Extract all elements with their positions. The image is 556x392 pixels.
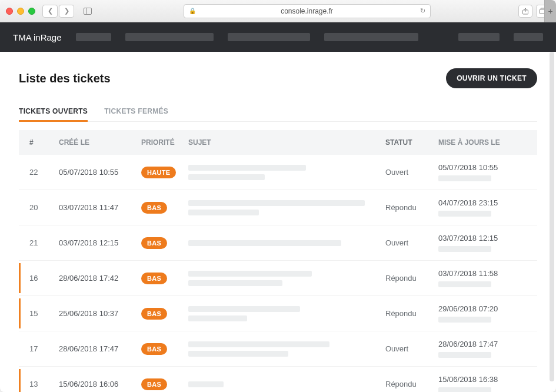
ticket-subject [188, 341, 385, 357]
priority-badge: HAUTE [141, 167, 176, 178]
ticket-id: 22 [29, 168, 59, 177]
maximize-window-icon[interactable] [28, 8, 35, 15]
subject-placeholder [188, 271, 312, 277]
subject-placeholder [188, 280, 282, 286]
updated-date: 03/07/2018 12:15 [438, 234, 527, 242]
ticket-updated: 15/06/2018 16:38 [438, 375, 527, 392]
nav-item-placeholder[interactable] [458, 33, 500, 41]
ticket-status: Répondu [385, 309, 438, 318]
col-status: STATUT [385, 138, 438, 147]
page-head: Liste des tickets OUVRIR UN TICKET [19, 68, 537, 88]
ticket-priority: HAUTE [141, 167, 188, 178]
priority-badge: BAS [141, 273, 167, 284]
ticket-priority: BAS [141, 237, 188, 249]
url-text: console.inrage.fr [281, 7, 333, 15]
nav-item-placeholder[interactable] [76, 33, 111, 41]
col-subject: SUJET [188, 138, 385, 147]
close-window-icon[interactable] [6, 8, 13, 15]
back-button[interactable]: ❮ [42, 5, 58, 18]
updated-date: 05/07/2018 10:55 [438, 163, 527, 172]
ticket-priority: BAS [141, 273, 188, 284]
table-row[interactable]: 20 03/07/2018 11:47 BAS Répondu 04/07/20… [19, 190, 537, 225]
table-row[interactable]: 22 05/07/2018 10:55 HAUTE Ouvert 05/07/2… [19, 155, 537, 190]
subject-placeholder [188, 240, 341, 246]
ticket-priority: BAS [141, 378, 188, 390]
ticket-created: 03/07/2018 11:47 [59, 203, 141, 212]
priority-badge: BAS [141, 202, 167, 214]
ticket-subject [188, 165, 385, 180]
ticket-updated: 28/06/2018 17:47 [438, 340, 527, 358]
subject-placeholder [188, 351, 288, 357]
table-row[interactable]: 17 28/06/2018 17:47 BAS Ouvert 28/06/201… [19, 331, 537, 367]
sidebar-toggle-icon[interactable] [80, 5, 95, 18]
table-row[interactable]: 15 25/06/2018 10:37 BAS Répondu 29/06/20… [19, 296, 537, 331]
ticket-status: Ouvert [385, 238, 438, 247]
ticket-updated: 03/07/2018 11:58 [438, 269, 527, 287]
brand[interactable]: TMA inRage [13, 32, 62, 42]
updated-placeholder [438, 246, 491, 252]
ticket-subject [188, 306, 385, 321]
table-row[interactable]: 13 15/06/2018 16:06 BAS Répondu 15/06/20… [19, 367, 537, 392]
updated-placeholder [438, 352, 491, 358]
nav-item-placeholder[interactable] [125, 33, 214, 41]
browser-window: ❮ ❯ 🔒 console.inrage.fr ↻ + TMA inRage [0, 0, 556, 392]
ticket-id: 16 [29, 274, 59, 283]
priority-badge: BAS [141, 308, 167, 320]
subject-placeholder [188, 200, 365, 206]
col-created: CRÉÉ LE [59, 138, 141, 147]
app-header: TMA inRage [0, 22, 556, 52]
ticket-status: Répondu [385, 274, 438, 283]
ticket-subject [188, 381, 385, 387]
subject-placeholder [188, 210, 259, 215]
traffic-lights [6, 8, 35, 15]
open-ticket-button[interactable]: OUVRIR UN TICKET [446, 68, 537, 88]
table-row[interactable]: 21 03/07/2018 12:15 BAS Ouvert 03/07/201… [19, 225, 537, 261]
priority-badge: BAS [141, 378, 167, 390]
minimize-window-icon[interactable] [17, 8, 24, 15]
share-icon[interactable] [518, 5, 532, 18]
lock-icon: 🔒 [189, 8, 196, 14]
reload-icon[interactable]: ↻ [420, 7, 425, 15]
ticket-updated: 03/07/2018 12:15 [438, 234, 527, 252]
table-header: # CRÉÉ LE PRIORITÉ SUJET STATUT MISE À J… [19, 130, 537, 155]
ticket-priority: BAS [141, 308, 188, 320]
updated-placeholder [438, 175, 491, 181]
updated-date: 04/07/2018 23:15 [438, 198, 527, 207]
col-id: # [29, 138, 59, 147]
col-updated: MISE À JOURS LE [438, 138, 527, 147]
tab-open-tickets[interactable]: TICKETS OUVERTS [19, 101, 88, 121]
ticket-status: Répondu [385, 380, 438, 388]
ticket-status: Répondu [385, 203, 438, 212]
priority-badge: BAS [141, 237, 167, 249]
browser-chrome: ❮ ❯ 🔒 console.inrage.fr ↻ + [0, 0, 556, 22]
nav-item-placeholder[interactable] [324, 33, 418, 41]
forward-button[interactable]: ❯ [59, 5, 74, 18]
ticket-id: 13 [29, 380, 59, 388]
ticket-created: 25/06/2018 10:37 [59, 309, 141, 318]
tab-closed-tickets[interactable]: TICKETS FERMÉS [104, 101, 168, 121]
updated-date: 28/06/2018 17:47 [438, 340, 527, 348]
updated-date: 29/06/2018 07:20 [438, 304, 527, 313]
scrollbar[interactable] [550, 52, 554, 381]
updated-placeholder [438, 317, 491, 323]
nav-item-placeholder[interactable] [228, 33, 310, 41]
priority-badge: BAS [141, 343, 167, 355]
subject-placeholder [188, 381, 224, 387]
nav-item-placeholder[interactable] [514, 33, 543, 41]
table-row[interactable]: 16 28/06/2018 17:42 BAS Répondu 03/07/20… [19, 261, 537, 296]
ticket-created: 05/07/2018 10:55 [59, 168, 141, 177]
ticket-status: Ouvert [385, 168, 438, 177]
subject-placeholder [188, 315, 247, 321]
viewport[interactable]: TMA inRage Liste des tickets OUVRIR UN T… [0, 22, 556, 392]
updated-date: 15/06/2018 16:38 [438, 375, 527, 384]
new-tab-button[interactable]: + [544, 0, 556, 22]
ticket-subject [188, 240, 385, 246]
ticket-updated: 29/06/2018 07:20 [438, 304, 527, 323]
updated-placeholder [438, 211, 491, 217]
subject-placeholder [188, 165, 306, 171]
subject-placeholder [188, 341, 329, 347]
svg-rect-0 [84, 8, 92, 14]
address-bar[interactable]: 🔒 console.inrage.fr ↻ [184, 4, 431, 18]
ticket-created: 03/07/2018 12:15 [59, 238, 141, 247]
ticket-subject [188, 200, 385, 215]
